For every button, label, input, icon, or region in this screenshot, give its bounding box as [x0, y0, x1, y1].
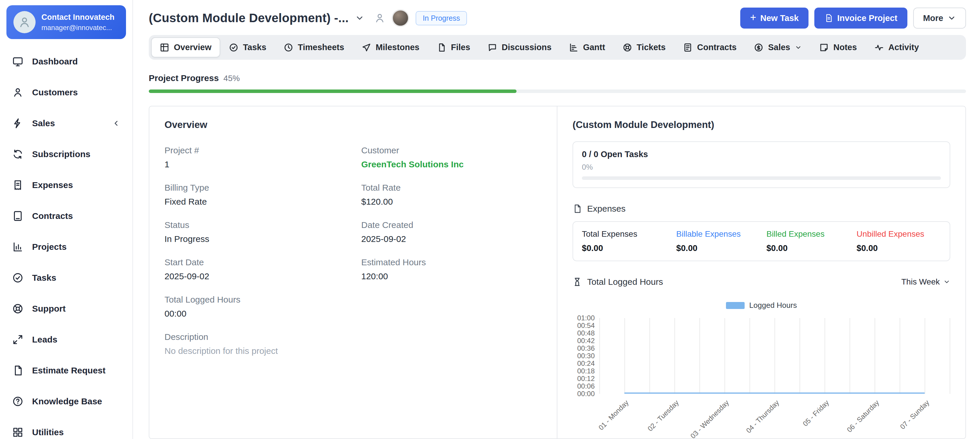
invoice-project-button[interactable]: Invoice Project	[815, 8, 907, 29]
sidebar-item-expenses[interactable]: Expenses	[6, 170, 126, 201]
tab-notes[interactable]: Notes	[811, 37, 865, 57]
sidebar-item-knowledge-base[interactable]: Knowledge Base	[6, 386, 126, 417]
user-icon	[12, 87, 23, 98]
gantt-icon	[569, 43, 578, 52]
tab-label: Discussions	[502, 43, 552, 52]
tab-contracts[interactable]: Contracts	[675, 37, 745, 57]
tab-label: Notes	[833, 43, 857, 52]
sidebar-item-support[interactable]: Support	[6, 293, 126, 324]
expense-total: Total Expenses $0.00	[582, 230, 671, 253]
expense-value: $0.00	[767, 243, 851, 253]
tab-discussions[interactable]: Discussions	[479, 37, 560, 57]
logged-hours-header: Total Logged Hours This Week	[573, 277, 950, 287]
dollar-circle-icon	[754, 43, 763, 52]
tab-overview[interactable]: Overview	[151, 37, 220, 57]
field-label: Description	[164, 332, 345, 342]
milestone-icon	[362, 43, 371, 52]
field-label: Project #	[164, 146, 345, 155]
chevron-down-icon[interactable]	[355, 13, 364, 23]
field-status: Status In Progress	[164, 220, 345, 244]
life-buoy-icon	[12, 303, 23, 314]
tab-label: Timesheets	[298, 43, 344, 52]
tab-sales[interactable]: Sales	[745, 37, 811, 57]
tab-label: Activity	[888, 43, 919, 52]
tab-activity[interactable]: Activity	[865, 37, 928, 57]
chevron-down-icon	[795, 44, 802, 51]
tab-timesheets[interactable]: Timesheets	[275, 37, 353, 57]
tab-label: Gantt	[583, 43, 605, 52]
field-description: Description No description for this proj…	[164, 332, 345, 356]
expenses-heading: Expenses	[587, 204, 625, 214]
y-tick: 00:00	[577, 390, 595, 397]
invoice-icon	[824, 14, 833, 22]
sidebar-item-label: Estimate Request	[32, 366, 106, 376]
sidebar-item-label: Dashboard	[32, 57, 78, 67]
project-stats-card: (Custom Module Development) 0 / 0 Open T…	[557, 106, 966, 438]
range-selector-label: This Week	[901, 277, 940, 287]
project-member-avatar[interactable]	[392, 10, 409, 27]
tab-bar: Overview Tasks Timesheets Milestones Fil…	[149, 35, 966, 60]
chevron-down-icon	[947, 14, 956, 22]
new-task-button[interactable]: + New Task	[740, 8, 809, 29]
tab-milestones[interactable]: Milestones	[353, 37, 428, 57]
sidebar-item-projects[interactable]: Projects	[6, 231, 126, 262]
range-selector[interactable]: This Week	[901, 277, 950, 287]
sidebar-item-label: Subscriptions	[32, 149, 91, 159]
main-content: (Custom Module Development) -... In Prog…	[133, 0, 980, 439]
sidebar-item-sales[interactable]: Sales	[6, 108, 126, 139]
legend-swatch	[726, 302, 745, 309]
field-label: Total Logged Hours	[164, 295, 345, 304]
sidebar-item-label: Knowledge Base	[32, 396, 102, 406]
project-progress-section: Project Progress 45%	[149, 73, 966, 93]
status-badge: In Progress	[415, 11, 467, 25]
more-button[interactable]: More	[913, 8, 966, 29]
sidebar-item-subscriptions[interactable]: Subscriptions	[6, 139, 126, 170]
sidebar-item-contracts[interactable]: Contracts	[6, 201, 126, 231]
field-billing-type: Billing Type Fixed Rate	[164, 183, 345, 207]
sidebar-item-customers[interactable]: Customers	[6, 77, 126, 108]
plus-icon: +	[750, 12, 756, 23]
sidebar-item-label: Support	[32, 304, 65, 314]
sidebar-item-label: Projects	[32, 242, 67, 252]
overview-card: Overview Project # 1 Customer GreenTech …	[150, 106, 557, 438]
sidebar-item-estimate-request[interactable]: Estimate Request	[6, 355, 126, 386]
new-task-label: New Task	[760, 13, 799, 23]
sidebar-item-dashboard[interactable]: Dashboard	[6, 46, 126, 77]
contact-card[interactable]: Contact Innovatech manager@innovatec...	[6, 5, 126, 39]
sidebar-item-tasks[interactable]: Tasks	[6, 262, 126, 293]
expense-label: Unbilled Expenses	[857, 230, 941, 239]
tab-tickets[interactable]: Tickets	[614, 37, 675, 57]
help-circle-icon	[12, 396, 23, 407]
sidebar-item-utilities[interactable]: Utilities	[6, 417, 126, 439]
field-estimated-hours: Estimated Hours 120:00	[361, 257, 542, 281]
y-tick: 00:06	[577, 383, 595, 390]
file-icon	[437, 43, 446, 52]
header-actions: + New Task Invoice Project More	[740, 8, 966, 29]
customer-link[interactable]: GreenTech Solutions Inc	[361, 160, 542, 170]
tab-files[interactable]: Files	[428, 37, 479, 57]
x-tick: 07 - Sunday	[899, 398, 931, 431]
expense-label: Billable Expenses	[676, 230, 760, 239]
tab-tasks[interactable]: Tasks	[220, 37, 275, 57]
tab-gantt[interactable]: Gantt	[560, 37, 614, 57]
expense-value: $0.00	[582, 243, 671, 253]
tab-label: Contracts	[697, 43, 737, 52]
title-group: (Custom Module Development) -... In Prog…	[149, 10, 467, 27]
y-tick: 01:00	[577, 315, 595, 322]
y-tick: 00:36	[577, 345, 595, 352]
logged-hours-heading: Total Logged Hours	[587, 277, 663, 287]
expense-billed: Billed Expenses $0.00	[767, 230, 851, 253]
progress-value: 45%	[223, 74, 240, 83]
sidebar-item-leads[interactable]: Leads	[6, 324, 126, 355]
logged-hours-chart: Logged Hours 01:00 00:54 00:48 00:42 00:…	[573, 301, 950, 436]
field-label: Status	[164, 220, 345, 230]
grid-icon	[160, 43, 169, 52]
x-tick: 01 - Monday	[597, 398, 630, 432]
expense-unbilled: Unbilled Expenses $0.00	[857, 230, 941, 253]
sidebar-item-label: Expenses	[32, 180, 73, 190]
progress-title: Project Progress	[149, 73, 219, 83]
tab-label: Tasks	[243, 43, 266, 52]
x-tick: 02 - Tuesday	[646, 398, 681, 433]
sidebar-item-label: Utilities	[32, 427, 64, 437]
sidebar-item-label: Sales	[32, 118, 55, 128]
